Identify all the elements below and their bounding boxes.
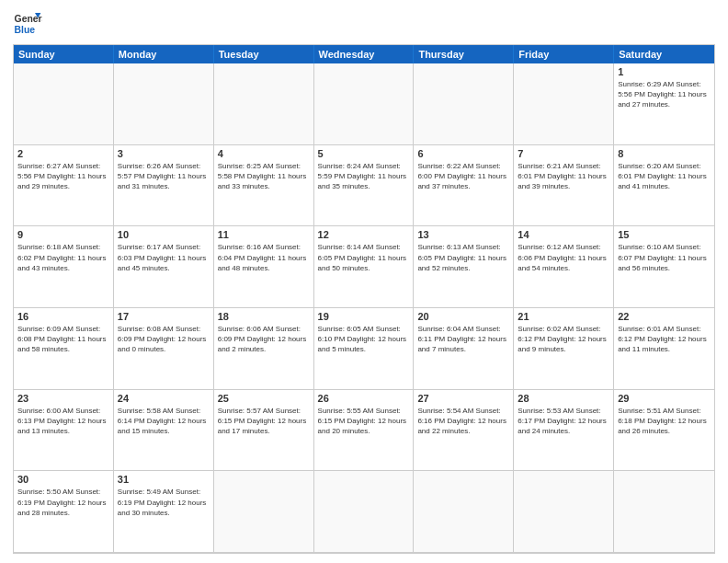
- calendar-cell: 15Sunrise: 6:10 AM Sunset: 6:07 PM Dayli…: [614, 226, 714, 308]
- calendar-cell: [14, 63, 114, 145]
- sun-info: Sunrise: 6:29 AM Sunset: 5:56 PM Dayligh…: [618, 79, 711, 110]
- calendar-cell: 19Sunrise: 6:05 AM Sunset: 6:10 PM Dayli…: [314, 308, 415, 390]
- calendar-cell: [414, 471, 514, 553]
- day-number: 4: [218, 148, 310, 159]
- sun-info: Sunrise: 6:05 AM Sunset: 6:10 PM Dayligh…: [318, 324, 410, 355]
- sun-info: Sunrise: 6:13 AM Sunset: 6:05 PM Dayligh…: [417, 242, 509, 273]
- calendar-cell: 26Sunrise: 5:55 AM Sunset: 6:15 PM Dayli…: [314, 390, 415, 472]
- generalblue-icon: General Blue: [13, 9, 42, 39]
- day-number: 11: [218, 229, 310, 240]
- svg-text:Blue: Blue: [15, 25, 36, 35]
- day-number: 5: [318, 148, 410, 159]
- day-number: 2: [17, 148, 109, 159]
- day-number: 31: [118, 474, 210, 485]
- calendar-cell: 27Sunrise: 5:54 AM Sunset: 6:16 PM Dayli…: [414, 390, 514, 472]
- calendar-cell: 3Sunrise: 6:26 AM Sunset: 5:57 PM Daylig…: [114, 145, 214, 227]
- sun-info: Sunrise: 6:02 AM Sunset: 6:12 PM Dayligh…: [518, 324, 609, 355]
- calendar-cell: 5Sunrise: 6:24 AM Sunset: 5:59 PM Daylig…: [314, 145, 415, 227]
- sun-info: Sunrise: 6:17 AM Sunset: 6:03 PM Dayligh…: [118, 242, 210, 273]
- weekday-header: Sunday: [14, 45, 114, 63]
- sun-info: Sunrise: 6:09 AM Sunset: 6:08 PM Dayligh…: [17, 324, 109, 355]
- day-number: 9: [17, 229, 109, 240]
- sun-info: Sunrise: 6:01 AM Sunset: 6:12 PM Dayligh…: [618, 324, 711, 355]
- sun-info: Sunrise: 6:26 AM Sunset: 5:57 PM Dayligh…: [118, 161, 210, 192]
- calendar-cell: [614, 471, 714, 553]
- weekday-header: Tuesday: [214, 45, 314, 63]
- calendar-cell: 4Sunrise: 6:25 AM Sunset: 5:58 PM Daylig…: [214, 145, 314, 227]
- calendar-cell: 29Sunrise: 5:51 AM Sunset: 6:18 PM Dayli…: [614, 390, 714, 472]
- day-number: 12: [318, 229, 410, 240]
- day-number: 3: [118, 148, 210, 159]
- sun-info: Sunrise: 6:12 AM Sunset: 6:06 PM Dayligh…: [518, 242, 609, 273]
- calendar-cell: 24Sunrise: 5:58 AM Sunset: 6:14 PM Dayli…: [114, 390, 214, 472]
- day-number: 28: [518, 393, 609, 404]
- calendar-cell: 25Sunrise: 5:57 AM Sunset: 6:15 PM Dayli…: [214, 390, 314, 472]
- day-number: 7: [518, 148, 609, 159]
- calendar-cell: [314, 471, 415, 553]
- calendar-cell: 20Sunrise: 6:04 AM Sunset: 6:11 PM Dayli…: [414, 308, 514, 390]
- day-number: 19: [318, 311, 410, 322]
- sun-info: Sunrise: 6:25 AM Sunset: 5:58 PM Dayligh…: [218, 161, 310, 192]
- calendar-cell: 2Sunrise: 6:27 AM Sunset: 5:56 PM Daylig…: [14, 145, 114, 227]
- calendar-header: SundayMondayTuesdayWednesdayThursdayFrid…: [14, 45, 714, 63]
- calendar-cell: 12Sunrise: 6:14 AM Sunset: 6:05 PM Dayli…: [314, 226, 415, 308]
- sun-info: Sunrise: 5:51 AM Sunset: 6:18 PM Dayligh…: [618, 406, 711, 437]
- calendar-cell: 18Sunrise: 6:06 AM Sunset: 6:09 PM Dayli…: [214, 308, 314, 390]
- day-number: 25: [218, 393, 310, 404]
- day-number: 6: [417, 148, 509, 159]
- weekday-header: Monday: [114, 45, 214, 63]
- sun-info: Sunrise: 6:08 AM Sunset: 6:09 PM Dayligh…: [118, 324, 210, 355]
- page: General Blue SundayMondayTuesdayWednesda…: [0, 0, 728, 563]
- weekday-header: Thursday: [414, 45, 514, 63]
- logo: General Blue: [13, 9, 42, 39]
- calendar: SundayMondayTuesdayWednesdayThursdayFrid…: [13, 44, 715, 554]
- day-number: 18: [218, 311, 310, 322]
- day-number: 20: [417, 311, 509, 322]
- day-number: 17: [118, 311, 210, 322]
- weekday-header: Saturday: [614, 45, 714, 63]
- calendar-cell: 17Sunrise: 6:08 AM Sunset: 6:09 PM Dayli…: [114, 308, 214, 390]
- sun-info: Sunrise: 6:20 AM Sunset: 6:01 PM Dayligh…: [618, 161, 711, 192]
- sun-info: Sunrise: 6:21 AM Sunset: 6:01 PM Dayligh…: [518, 161, 609, 192]
- sun-info: Sunrise: 5:55 AM Sunset: 6:15 PM Dayligh…: [318, 406, 410, 437]
- day-number: 8: [618, 148, 711, 159]
- day-number: 23: [17, 393, 109, 404]
- header: General Blue: [13, 9, 715, 39]
- day-number: 29: [618, 393, 711, 404]
- day-number: 24: [118, 393, 210, 404]
- calendar-cell: 16Sunrise: 6:09 AM Sunset: 6:08 PM Dayli…: [14, 308, 114, 390]
- day-number: 16: [17, 311, 109, 322]
- sun-info: Sunrise: 6:00 AM Sunset: 6:13 PM Dayligh…: [17, 406, 109, 437]
- sun-info: Sunrise: 5:57 AM Sunset: 6:15 PM Dayligh…: [218, 406, 310, 437]
- calendar-cell: [314, 63, 415, 145]
- calendar-cell: 1Sunrise: 6:29 AM Sunset: 5:56 PM Daylig…: [614, 63, 714, 145]
- sun-info: Sunrise: 6:27 AM Sunset: 5:56 PM Dayligh…: [17, 161, 109, 192]
- calendar-cell: [214, 471, 314, 553]
- day-number: 13: [417, 229, 509, 240]
- calendar-cell: 11Sunrise: 6:16 AM Sunset: 6:04 PM Dayli…: [214, 226, 314, 308]
- sun-info: Sunrise: 5:49 AM Sunset: 6:19 PM Dayligh…: [118, 487, 210, 518]
- day-number: 22: [618, 311, 711, 322]
- day-number: 14: [518, 229, 609, 240]
- sun-info: Sunrise: 6:16 AM Sunset: 6:04 PM Dayligh…: [218, 242, 310, 273]
- calendar-cell: [514, 471, 614, 553]
- sun-info: Sunrise: 5:58 AM Sunset: 6:14 PM Dayligh…: [118, 406, 210, 437]
- sun-info: Sunrise: 5:53 AM Sunset: 6:17 PM Dayligh…: [518, 406, 609, 437]
- calendar-cell: 22Sunrise: 6:01 AM Sunset: 6:12 PM Dayli…: [614, 308, 714, 390]
- calendar-cell: 30Sunrise: 5:50 AM Sunset: 6:19 PM Dayli…: [14, 471, 114, 553]
- sun-info: Sunrise: 6:22 AM Sunset: 6:00 PM Dayligh…: [417, 161, 509, 192]
- calendar-cell: 13Sunrise: 6:13 AM Sunset: 6:05 PM Dayli…: [414, 226, 514, 308]
- calendar-cell: 31Sunrise: 5:49 AM Sunset: 6:19 PM Dayli…: [114, 471, 214, 553]
- day-number: 15: [618, 229, 711, 240]
- calendar-cell: 14Sunrise: 6:12 AM Sunset: 6:06 PM Dayli…: [514, 226, 614, 308]
- calendar-cell: 6Sunrise: 6:22 AM Sunset: 6:00 PM Daylig…: [414, 145, 514, 227]
- calendar-cell: 21Sunrise: 6:02 AM Sunset: 6:12 PM Dayli…: [514, 308, 614, 390]
- calendar-cell: 23Sunrise: 6:00 AM Sunset: 6:13 PM Dayli…: [14, 390, 114, 472]
- sun-info: Sunrise: 5:54 AM Sunset: 6:16 PM Dayligh…: [417, 406, 509, 437]
- calendar-cell: 9Sunrise: 6:18 AM Sunset: 6:02 PM Daylig…: [14, 226, 114, 308]
- calendar-cell: [514, 63, 614, 145]
- calendar-cell: 8Sunrise: 6:20 AM Sunset: 6:01 PM Daylig…: [614, 145, 714, 227]
- day-number: 27: [417, 393, 509, 404]
- calendar-body: 1Sunrise: 6:29 AM Sunset: 5:56 PM Daylig…: [14, 63, 714, 553]
- calendar-cell: [414, 63, 514, 145]
